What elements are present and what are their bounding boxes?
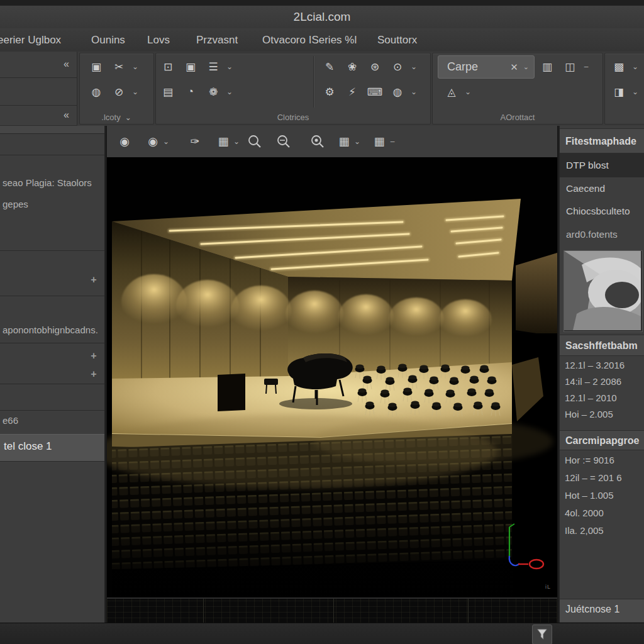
menu-item[interactable]: Lovs (145, 28, 172, 52)
menu-item[interactable]: Ounins (89, 28, 128, 52)
menu-item[interactable]: Przvasnt (194, 28, 240, 52)
layout-button[interactable]: ▦⌄ (335, 132, 361, 151)
explorer-label[interactable]: gepes (3, 199, 28, 209)
swirl-button[interactable]: ⊙ (387, 57, 408, 76)
chart-button[interactable]: ◬ (441, 82, 462, 101)
menu-item[interactable]: Otvacoro ISeries %l (260, 28, 359, 52)
caret-down-icon[interactable]: ⌄ (162, 137, 170, 146)
material-preview-thumbnail[interactable] (564, 250, 643, 332)
selected-row-label: tel close 1 (4, 440, 52, 453)
explorer-selected-row[interactable]: tel close 1 (0, 434, 104, 462)
section-header[interactable]: Sacshffetbabm (560, 335, 644, 356)
caret-down-icon[interactable]: ⌄ (410, 62, 418, 71)
explorer-row[interactable]: seao Plagia: Staolors gepes (0, 155, 104, 251)
panel-item[interactable]: ard0.fotents (560, 223, 644, 247)
collapse-left-icon[interactable]: « (64, 109, 69, 120)
add-item-button[interactable]: + (88, 350, 99, 362)
pin-button[interactable]: ◉ (115, 132, 134, 151)
panel-title[interactable]: Fitestmaphade (560, 128, 644, 153)
stat-row: 12.1l – 2010 (560, 390, 644, 406)
zoom-button[interactable] (247, 132, 263, 151)
caret-down-icon[interactable]: ⌄ (631, 62, 639, 71)
explorer-label[interactable]: seao Plagia: Staolors (3, 177, 92, 188)
flower-variant-button[interactable]: ❁ (203, 82, 223, 101)
stat-row: 4ol. 2000 (560, 504, 644, 522)
collapse-left-icon[interactable]: « (64, 58, 69, 69)
pen-button[interactable]: ✎ (319, 57, 340, 76)
explorer-row[interactable] (0, 384, 104, 411)
magnifier-icon (247, 133, 263, 150)
add-item-button[interactable]: + (88, 369, 99, 380)
caret-down-icon[interactable]: ⌄ (523, 63, 534, 71)
gear-button[interactable]: ⚙ (319, 82, 340, 101)
zoom-region-button[interactable] (275, 132, 292, 151)
caret-down-icon[interactable]: ⌄ (353, 137, 361, 146)
carpe-search-button[interactable]: Carpe ✕ ⌄ (438, 55, 535, 79)
ribbon-group-right: ▩ ⌄ ◨ ⌄ (604, 53, 644, 125)
quill-icon: ✑ (186, 135, 204, 148)
list-button[interactable]: ☰ (203, 57, 223, 76)
panel-footer-row[interactable]: Juétcnose 1 (560, 599, 644, 622)
close-icon[interactable]: ✕ (510, 62, 523, 73)
application-window: 2Lcial.com eerier Uglbox Ounins Lovs Prz… (0, 0, 644, 644)
explorer-row[interactable]: + (0, 250, 104, 296)
caret-down-icon[interactable]: ⌄ (410, 87, 418, 96)
zoom-extents-button[interactable] (309, 132, 326, 151)
caret-down-icon[interactable]: ⌄ (631, 87, 639, 96)
dash-icon[interactable]: – (389, 137, 396, 146)
ribbon-group-label[interactable]: .lcoty ⌄ (80, 113, 153, 122)
columns-button[interactable]: ▥ (537, 57, 557, 76)
caret-down-icon[interactable]: ⌄ (226, 62, 233, 71)
viewport-corner-label: iL (545, 584, 551, 590)
explorer-row[interactable]: + + (0, 343, 104, 384)
cut-button[interactable]: ✂ (109, 57, 129, 76)
donut-button[interactable]: ◔ (180, 82, 201, 101)
filter-button[interactable] (532, 625, 552, 644)
panel-item[interactable]: Chiocsbculteto (560, 200, 644, 223)
caret-down-icon[interactable]: ⌄ (131, 87, 139, 96)
explorer-row[interactable] (0, 133, 104, 155)
collapsed-panel[interactable]: « (0, 52, 77, 78)
script-button[interactable]: ◨ (609, 82, 629, 101)
caret-down-icon[interactable]: ⌄ (131, 62, 139, 71)
bolt-button[interactable]: ⚡ (342, 82, 362, 101)
prohibit-tool-button[interactable]: ⊘ (109, 82, 129, 101)
timeline-track[interactable] (107, 597, 557, 624)
quill-button[interactable]: ✑ (186, 132, 204, 151)
layout-variant-button[interactable]: ▦– (370, 132, 396, 151)
section-header[interactable]: Carcmipapgroe (560, 430, 644, 450)
flower-button[interactable]: ❀ (342, 57, 362, 76)
list-icon: ☰ (208, 60, 218, 74)
add-item-button[interactable]: + (88, 274, 99, 286)
collapsed-panel[interactable] (0, 78, 77, 106)
grid-view-button[interactable]: ▦⌄ (214, 132, 240, 151)
keyboard-button[interactable]: ⌨ (365, 82, 385, 101)
pin-variant-button[interactable]: ◉⌄ (143, 132, 170, 151)
caret-down-icon[interactable]: ⌄ (464, 87, 472, 96)
menu-item[interactable]: eerier Uglbox (0, 28, 64, 52)
explorer-row[interactable]: e66 (0, 410, 104, 435)
mask-button[interactable]: ◍ (387, 82, 408, 101)
viewport-button[interactable]: ⊡ (158, 57, 178, 76)
pattern-button[interactable]: ⊛ (365, 57, 385, 76)
explorer-label[interactable]: e66 (3, 415, 18, 426)
frame-button[interactable]: ▣ (180, 57, 201, 76)
cut-icon: ✂ (114, 60, 123, 74)
caret-down-icon[interactable]: ⌄ (226, 87, 233, 96)
sphere-tool-button[interactable]: ◍ (86, 82, 106, 101)
folder-button[interactable]: ▤ (158, 82, 178, 101)
collapsed-panel[interactable]: « (0, 106, 77, 126)
dash-icon[interactable]: – (582, 62, 590, 71)
document-button[interactable]: ▩ (609, 57, 629, 76)
window-button[interactable]: ◫ (560, 57, 580, 76)
menu-item[interactable]: Souttorx (375, 28, 419, 52)
stat-row: 12.1l – 3.2016 (560, 357, 644, 374)
render-viewport[interactable]: iL (107, 157, 557, 597)
explorer-row[interactable]: aponontobhignbcadns. (0, 296, 104, 343)
explorer-label[interactable]: aponontobhignbcadns. (3, 325, 98, 335)
sphere-icon: ◍ (92, 86, 101, 99)
caret-down-icon[interactable]: ⌄ (233, 137, 240, 146)
panel-item-selected[interactable]: DTP blost (560, 153, 644, 177)
paste-button[interactable]: ▣ (86, 57, 106, 76)
panel-item[interactable]: Caecend (560, 177, 644, 200)
